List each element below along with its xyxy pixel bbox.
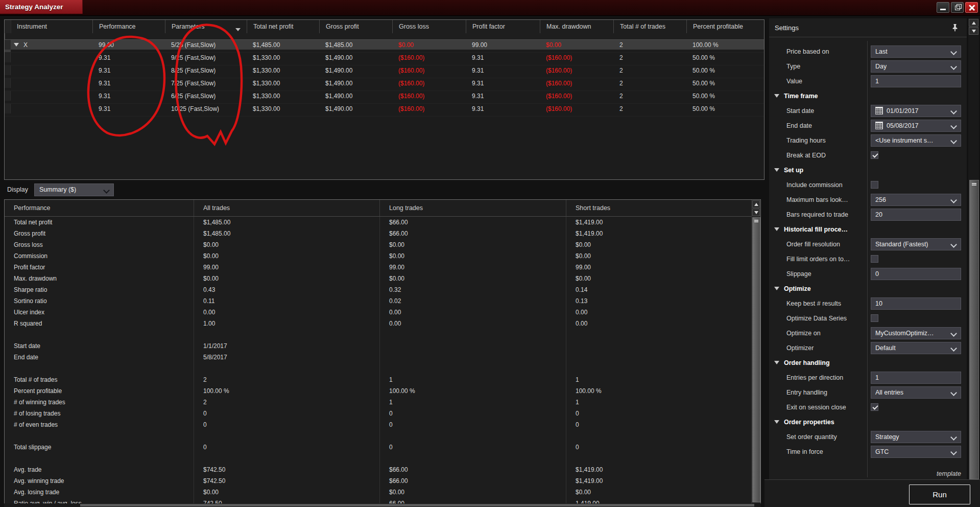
settings-row: Order handling	[769, 355, 967, 370]
summary-grid-row[interactable]: Commission $0.00 $0.00 $0.00	[5, 250, 760, 262]
settings-label: Price based on	[786, 48, 829, 55]
summary-header-all-trades[interactable]: All trades	[194, 200, 379, 216]
category-collapse-icon[interactable]	[774, 287, 779, 290]
column-header-parameters[interactable]: Parameters	[165, 20, 247, 33]
settings-input[interactable]: 0	[871, 268, 961, 280]
settings-scroll-up-button[interactable]	[969, 19, 978, 27]
row-expander-icon[interactable]	[14, 43, 19, 47]
results-grid-row[interactable]: 9.31 10/25 (Fast,Slow) $1,330.00 $1,490.…	[5, 104, 764, 117]
settings-select[interactable]: Strategy	[871, 431, 961, 443]
settings-checkbox[interactable]	[871, 403, 878, 411]
summary-grid-row[interactable]: Total slippage 0 0 0	[5, 442, 760, 453]
summary-grid-row[interactable]: # of losing trades 0 0 0	[5, 408, 760, 419]
summary-grid-row[interactable]: Total # of trades 2 1 1	[5, 374, 760, 385]
settings-checkbox[interactable]	[871, 151, 878, 159]
horizontal-scrollbar[interactable]	[4, 503, 761, 507]
template-link[interactable]: template	[937, 470, 961, 477]
close-button[interactable]	[965, 2, 978, 13]
scroll-down-button[interactable]	[752, 209, 760, 216]
summary-grid-row[interactable]: R squared 1.00 0.00 0.00	[5, 318, 760, 329]
summary-grid-row[interactable]: Gross profit $1,485.00 $66.00 $1,419.00	[5, 228, 760, 239]
summary-grid-row[interactable]: Avg. trade $742.50 $66.00 $1,419.00	[5, 464, 760, 475]
summary-grid-row[interactable]: # of winning trades 2 1 1	[5, 397, 760, 408]
results-grid-row[interactable]: 9.31 8/25 (Fast,Slow) $1,330.00 $1,490.0…	[5, 65, 764, 78]
settings-select[interactable]: Day	[871, 60, 961, 73]
settings-scrollbar-thumb[interactable]	[969, 180, 979, 479]
settings-input[interactable]: 20	[871, 209, 961, 221]
category-collapse-icon[interactable]	[774, 227, 779, 231]
summary-grid-row[interactable]	[5, 453, 760, 464]
column-header-gross-loss[interactable]: Gross loss	[392, 20, 466, 33]
settings-select[interactable]: Last	[871, 45, 961, 58]
summary-grid-row[interactable]: Ratio avg. win / avg. loss 742.50 66.00 …	[5, 498, 760, 503]
results-grid-row[interactable]: 9.31 9/25 (Fast,Slow) $1,330.00 $1,490.0…	[5, 53, 764, 65]
restore-button[interactable]	[951, 2, 964, 13]
summary-grid-row[interactable]: Max. drawdown $0.00 $0.00 $0.00	[5, 273, 760, 284]
window-tab[interactable]: Strategy Analyzer	[0, 0, 83, 14]
column-header-percent-profitable[interactable]: Percent profitable	[686, 20, 764, 33]
pin-icon[interactable]	[951, 23, 959, 32]
summary-grid-row[interactable]	[5, 363, 760, 374]
column-header-gross-profit[interactable]: Gross profit	[319, 20, 392, 33]
settings-scrollbar[interactable]	[968, 18, 979, 479]
hscrollbar-thumb[interactable]	[80, 504, 754, 506]
settings-select[interactable]: Standard (Fastest)	[871, 238, 961, 250]
summary-grid-row[interactable]	[5, 329, 760, 340]
settings-checkbox[interactable]	[871, 181, 878, 189]
settings-scroll-down-button[interactable]	[969, 27, 978, 35]
summary-header-short-trades[interactable]: Short trades	[566, 200, 752, 216]
category-collapse-icon[interactable]	[774, 361, 779, 364]
settings-label: Order handling	[784, 359, 830, 366]
summary-grid-row[interactable]	[5, 430, 760, 442]
column-header-total-net-profit[interactable]: Total net profit	[247, 20, 319, 33]
settings-input[interactable]: 10	[871, 297, 961, 310]
summary-grid-row[interactable]: Avg. winning trade $742.50 $66.00 $1,419…	[5, 475, 760, 487]
summary-grid-row[interactable]: Profit factor 99.00 99.00 99.00	[5, 262, 760, 273]
column-header-max-drawdown[interactable]: Max. drawdown	[540, 20, 613, 33]
summary-grid-row[interactable]: Ulcer index 0.00 0.00 0.00	[5, 307, 760, 318]
settings-select[interactable]: All entries	[871, 386, 961, 399]
minimize-button[interactable]	[937, 2, 949, 13]
summary-grid-row[interactable]: Start date 1/1/2017	[5, 340, 760, 352]
summary-grid-row[interactable]: # of even trades 0 0 0	[5, 419, 760, 430]
summary-grid-row[interactable]: Percent profitable 100.00 % 100.00 % 100…	[5, 385, 760, 397]
scroll-up-button[interactable]	[752, 200, 760, 208]
results-grid-row[interactable]: 9.31 7/25 (Fast,Slow) $1,330.00 $1,490.0…	[5, 78, 764, 91]
settings-input[interactable]: 1	[871, 75, 961, 87]
settings-select[interactable]: MyCustomOptimiz…	[871, 327, 961, 339]
summary-grid-row[interactable]: Total net profit $1,485.00 $66.00 $1,419…	[5, 217, 760, 228]
column-header-instrument[interactable]: Instrument	[11, 20, 92, 33]
settings-select[interactable]: GTC	[871, 446, 961, 458]
summary-header-long-trades[interactable]: Long trades	[379, 200, 566, 216]
column-header-total-trades[interactable]: Total # of trades	[613, 20, 686, 33]
chevron-down-icon	[103, 187, 110, 194]
settings-input[interactable]: 1	[871, 372, 961, 384]
summary-grid-row[interactable]: Gross loss $0.00 $0.00 $0.00	[5, 239, 760, 250]
settings-row: Value 1	[769, 74, 967, 88]
settings-select[interactable]: 256	[871, 194, 961, 206]
category-collapse-icon[interactable]	[774, 94, 779, 98]
summary-grid-row[interactable]: Sharpe ratio 0.43 0.32 0.14	[5, 284, 760, 295]
settings-checkbox[interactable]	[871, 255, 878, 263]
scrollbar-thumb[interactable]	[752, 217, 760, 502]
sort-dropdown-icon[interactable]	[235, 28, 241, 31]
summary-grid-row[interactable]: End date 5/8/2017	[5, 352, 760, 363]
column-header-performance[interactable]: Performance	[92, 20, 165, 33]
settings-date-picker[interactable]: 05/08/2017	[871, 120, 961, 132]
settings-date-picker[interactable]: 01/01/2017	[871, 105, 961, 117]
summary-header-performance[interactable]: Performance	[5, 200, 194, 216]
chevron-down-icon	[950, 197, 957, 203]
category-collapse-icon[interactable]	[774, 168, 779, 172]
settings-select[interactable]: <Use instrument s…	[871, 134, 961, 147]
summary-grid-row[interactable]: Sortino ratio 0.11 0.02 0.13	[5, 295, 760, 307]
column-header-profit-factor[interactable]: Profit factor	[466, 20, 540, 33]
settings-checkbox[interactable]	[871, 314, 878, 322]
category-collapse-icon[interactable]	[774, 420, 779, 424]
results-grid-row[interactable]: X 99.00 5/25 (Fast,Slow) $1,485.00 $1,48…	[5, 40, 764, 53]
summary-scrollbar[interactable]	[751, 200, 760, 503]
results-grid-row[interactable]: 9.31 6/25 (Fast,Slow) $1,330.00 $1,490.0…	[5, 91, 764, 104]
display-select[interactable]: Summary ($)	[34, 183, 114, 196]
settings-select[interactable]: Default	[871, 342, 961, 354]
summary-grid-row[interactable]: Avg. losing trade $0.00 $0.00 $0.00	[5, 487, 760, 498]
run-button[interactable]: Run	[909, 485, 970, 504]
